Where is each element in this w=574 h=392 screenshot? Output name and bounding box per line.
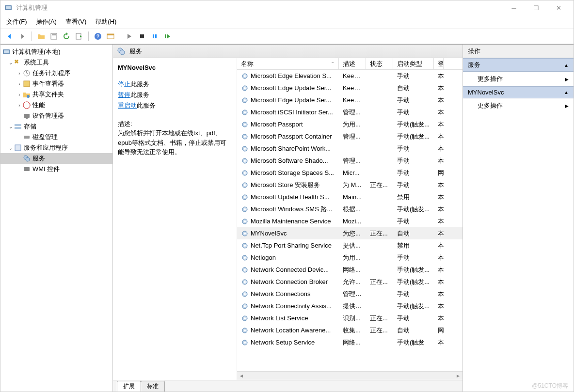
pause-link[interactable]: 暂停 [118, 91, 130, 98]
col-name[interactable]: 名称⌃ [237, 58, 339, 69]
menu-view[interactable]: 查看(V) [65, 17, 86, 26]
tab-extended[interactable]: 扩展 [117, 381, 141, 392]
list-row[interactable]: Microsoft Edge Update Ser...Keep...手动本 [237, 94, 462, 106]
minimize-button[interactable]: ─ [503, 0, 525, 15]
svg-point-46 [244, 160, 246, 162]
tree-wmi[interactable]: WMI 控件 [0, 164, 112, 174]
tree-services[interactable]: 服务 [0, 153, 112, 164]
list-row[interactable]: Microsoft Storage Spaces S...Micr...手动网 [237, 167, 462, 179]
list-row[interactable]: Microsoft iSCSI Initiator Ser...管理...手动本 [237, 106, 462, 118]
forward-button[interactable] [17, 31, 28, 42]
help-button[interactable]: ? [93, 31, 103, 42]
list-row[interactable]: Net.Tcp Port Sharing Service提供...禁用本 [237, 239, 462, 251]
col-login[interactable]: 登 [434, 58, 444, 69]
menu-file[interactable]: 文件(F) [6, 17, 27, 26]
svg-rect-20 [24, 114, 30, 118]
list-row[interactable]: Network Connected Devic...网络...手动(触发...本 [237, 264, 462, 276]
action-pane: 操作 服务▲ 更多操作▶ MYNovelSvc▲ 更多操作▶ [463, 45, 574, 392]
tree-services-apps[interactable]: ⌄服务和应用程序 [0, 142, 112, 153]
list-row[interactable]: MYNovelSvc为您...正在...自动本 [237, 227, 462, 239]
svg-point-17 [27, 95, 30, 98]
action-section-selected[interactable]: MYNovelSvc▲ [463, 86, 574, 98]
svg-rect-11 [155, 34, 157, 38]
tree-storage[interactable]: ⌄存储 [0, 121, 112, 132]
tree-event-viewer[interactable]: ›事件查看器 [0, 78, 112, 89]
svg-point-52 [244, 196, 246, 198]
list-row[interactable]: Microsoft SharePoint Work...手动本 [237, 142, 462, 155]
list-row[interactable]: Mozilla Maintenance ServiceMozi...手动本 [237, 215, 462, 227]
tree-root[interactable]: 计算机管理(本地) [0, 47, 112, 57]
close-button[interactable]: ✕ [547, 0, 570, 15]
menu-help[interactable]: 帮助(H) [95, 17, 116, 26]
list-row[interactable]: Network Setup Service网络...手动(触发本 [237, 336, 462, 348]
svg-point-64 [244, 269, 246, 271]
tab-standard[interactable]: 标准 [141, 381, 165, 392]
maximize-button[interactable]: ☐ [525, 0, 547, 15]
col-startup[interactable]: 启动类型 [393, 58, 434, 69]
svg-rect-28 [24, 167, 30, 171]
action-more-1[interactable]: 更多操作▶ [463, 72, 574, 86]
stop-link[interactable]: 停止 [118, 80, 130, 88]
svg-point-42 [244, 136, 246, 138]
restart-link[interactable]: 重启动 [118, 102, 137, 109]
list-body[interactable]: Microsoft Edge Elevation S...Keep...手动本M… [237, 70, 462, 371]
action-section-services[interactable]: 服务▲ [463, 58, 574, 72]
tree-shared-folders[interactable]: ›共享文件夹 [0, 89, 112, 100]
horizontal-scrollbar[interactable]: ◄► [237, 371, 462, 380]
tree-task-scheduler[interactable]: ›任务计划程序 [0, 68, 112, 78]
col-status[interactable]: 状态 [366, 58, 393, 69]
view-button[interactable] [105, 31, 116, 42]
svg-rect-25 [15, 145, 21, 151]
col-desc[interactable]: 描述 [339, 58, 366, 69]
tree-pane: 计算机管理(本地) ⌄系统工具 ›任务计划程序 ›事件查看器 ›共享文件夹 ›性… [0, 45, 113, 392]
export-button[interactable] [74, 31, 84, 42]
svg-point-66 [244, 281, 246, 283]
properties-button[interactable] [48, 31, 59, 42]
list-row[interactable]: Microsoft Edge Update Ser...Keep...自动本 [237, 82, 462, 94]
list-row[interactable]: Microsoft Store 安装服务为 M...正在...手动本 [237, 179, 462, 191]
svg-point-70 [244, 305, 246, 307]
menu-action[interactable]: 操作(A) [36, 17, 57, 26]
list-row[interactable]: Network List Service识别...正在...手动本 [237, 312, 462, 324]
svg-rect-16 [24, 81, 30, 87]
list-row[interactable]: Microsoft Edge Elevation S...Keep...手动本 [237, 70, 462, 82]
tree-system-tools[interactable]: ⌄系统工具 [0, 57, 112, 68]
action-more-2[interactable]: 更多操作▶ [463, 98, 574, 113]
desc-text: 为您解析并打开本地或在线txt、pdf、epub等格式文档、书籍，停止或禁用可能… [118, 128, 232, 157]
svg-point-44 [244, 148, 246, 150]
restart-button[interactable] [162, 31, 173, 42]
detail-title: MYNovelSvc [118, 64, 232, 71]
svg-point-34 [244, 87, 246, 89]
folder-button[interactable] [36, 31, 47, 42]
list-row[interactable]: Network Connectivity Assis...提供 ...手动(触发… [237, 300, 462, 312]
list-row[interactable]: Microsoft Software Shado...管理...手动本 [237, 155, 462, 167]
svg-rect-23 [15, 127, 21, 129]
list-row[interactable]: Microsoft Windows SMS 路...根据...手动(触发...本 [237, 203, 462, 215]
tree-performance[interactable]: ›性能 [0, 100, 112, 110]
detail-pane: MYNovelSvc 停止此服务 暂停此服务 重启动此服务 描述: 为您解析并打… [113, 58, 237, 380]
app-icon [4, 4, 12, 12]
list-row[interactable]: Network Connections管理"...手动本 [237, 288, 462, 300]
tree-device-manager[interactable]: 设备管理器 [0, 110, 112, 121]
svg-point-58 [244, 233, 246, 235]
svg-rect-10 [153, 34, 154, 38]
list-row[interactable]: Network Location Awarene...收集...正在...自动网 [237, 324, 462, 336]
svg-point-68 [244, 293, 246, 295]
refresh-button[interactable] [61, 31, 72, 42]
svg-rect-12 [165, 34, 166, 38]
window-title: 计算机管理 [16, 3, 503, 12]
svg-rect-14 [4, 50, 9, 53]
back-button[interactable] [4, 31, 15, 42]
play-button[interactable] [124, 31, 135, 42]
pause-button[interactable] [149, 31, 160, 42]
list-row[interactable]: Microsoft Passport为用...手动(触发...本 [237, 118, 462, 130]
list-row[interactable]: Netlogon为用...手动本 [237, 251, 462, 264]
svg-rect-8 [107, 34, 114, 35]
svg-point-40 [244, 124, 246, 125]
list-row[interactable]: Network Connection Broker允许...正在...手动(触发… [237, 276, 462, 288]
tree-disk-management[interactable]: 磁盘管理 [0, 132, 112, 142]
list-row[interactable]: Microsoft Update Health S...Main...禁用本 [237, 191, 462, 203]
list-row[interactable]: Microsoft Passport Container管理...手动(触发..… [237, 130, 462, 142]
toolbar: ? [0, 29, 574, 44]
stop-button[interactable] [137, 31, 147, 42]
